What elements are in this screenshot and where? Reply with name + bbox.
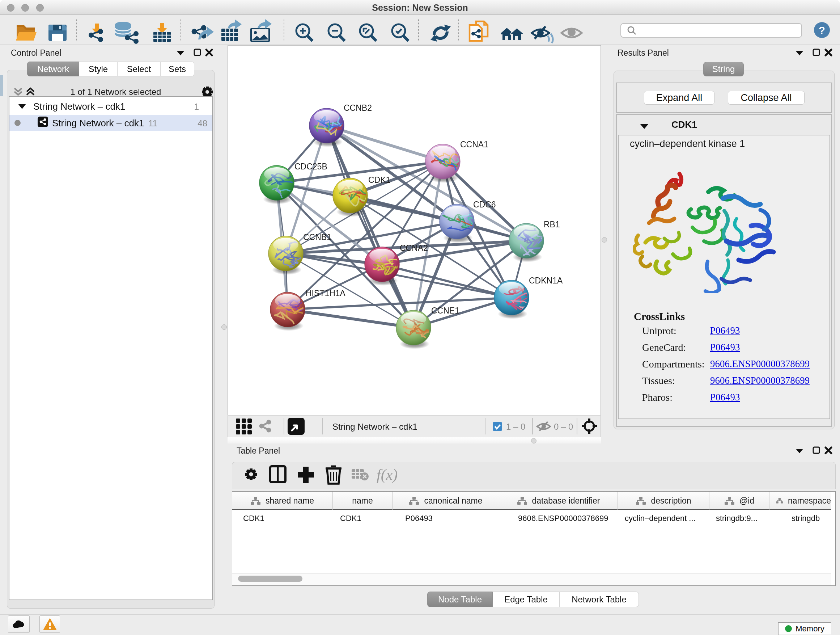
svg-text:HIST1H1A: HIST1H1A — [306, 288, 346, 298]
svg-text:CCNB1: CCNB1 — [303, 233, 332, 242]
svg-text:f(x): f(x) — [377, 466, 398, 483]
svg-text:CDC25B: CDC25B — [294, 162, 327, 171]
svg-text:CCNA2: CCNA2 — [400, 243, 428, 253]
svg-text:RB1: RB1 — [544, 220, 560, 229]
svg-text:CCNB2: CCNB2 — [344, 103, 372, 112]
svg-text:0 – 0: 0 – 0 — [554, 422, 573, 432]
svg-text:CDC6: CDC6 — [473, 200, 496, 209]
svg-text:CCNE1: CCNE1 — [431, 306, 459, 315]
svg-text:CCNA1: CCNA1 — [460, 140, 488, 149]
svg-text:1 – 0: 1 – 0 — [506, 422, 525, 432]
svg-text:CDK1: CDK1 — [368, 175, 390, 185]
svg-text:?: ? — [819, 24, 825, 36]
svg-text:String Network – cdk1: String Network – cdk1 — [332, 422, 417, 432]
svg-text:CDKN1A: CDKN1A — [529, 276, 563, 285]
